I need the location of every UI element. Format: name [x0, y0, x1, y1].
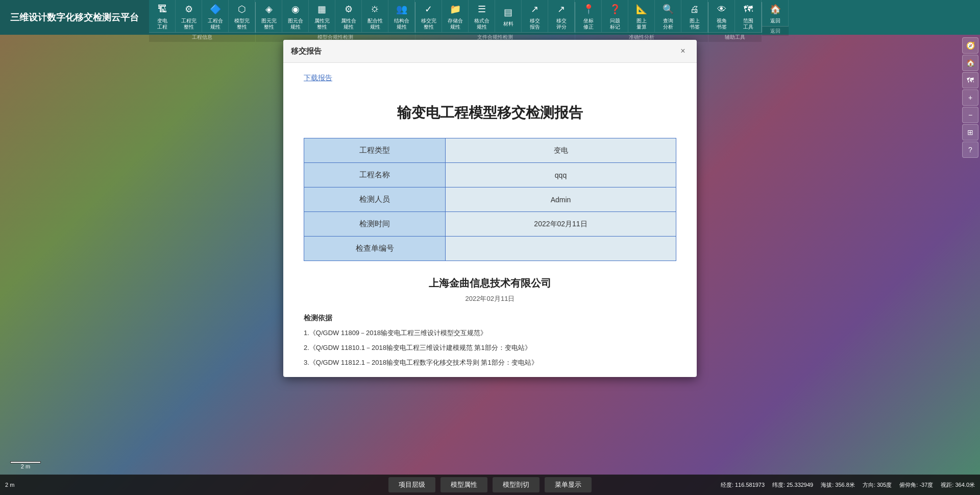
back-icon: 🏠 — [768, 2, 782, 16]
eng-complete-icon: ⚙ — [182, 2, 196, 16]
reference-item-2: 2.《Q/GDW 11810.1－2018输变电工程三维设计建模规范 第1部分：… — [304, 343, 676, 353]
toolbar-item-struct-norm[interactable]: 👥 结构合规性 — [388, 0, 415, 32]
toolbar-label-back: 返回 — [770, 18, 780, 24]
toolbar-group-items-4: 📍 坐标修正 ❓ 问题标记 📐 图上量算 🔍 查询分析 🖨 图上书签 — [575, 0, 708, 32]
bottom-status-bar: 经度: 116.581973 纬度: 25.332949 海拔: 356.8米 … — [721, 475, 975, 495]
elem-complete-icon: ◈ — [262, 2, 276, 16]
toolbar-item-project[interactable]: 🏗 变电工程 — [149, 0, 176, 32]
toolbar-item-elem-complete[interactable]: ◈ 图元完整性 — [256, 0, 282, 32]
toolbar-label-move-eval: 移交评分 — [556, 18, 567, 30]
toolbar-label-coord-fix: 坐标修正 — [583, 18, 594, 30]
toolbar-item-attr-complete[interactable]: ▦ 属性完整性 — [309, 0, 335, 32]
label-project-name: 工程名称 — [304, 163, 446, 187]
toolbar-group-tools: 👁 视角书签 🗺 范围工具 辅助工具 — [708, 0, 762, 35]
toolbar-item-coord-fix[interactable]: 📍 坐标修正 — [575, 0, 602, 32]
elem-norm-icon: ◉ — [288, 2, 303, 16]
model-cut-button[interactable]: 模型剖切 — [493, 477, 540, 492]
toolbar-item-elem-norm[interactable]: ◉ 图元合规性 — [282, 0, 309, 32]
region-icon: 🗺 — [741, 2, 755, 16]
model-complete-icon: ⬡ — [235, 2, 249, 16]
project-icon: 🏗 — [155, 2, 169, 16]
material-icon: ▤ — [501, 5, 516, 19]
measure-icon: 📐 — [634, 2, 649, 16]
table-row-project-name: 工程名称 qqq — [304, 163, 676, 187]
menu-display-button[interactable]: 菜单显示 — [545, 477, 592, 492]
toolbar-item-material[interactable]: ▤ 材料 — [495, 0, 522, 32]
modal-close-button[interactable]: × — [677, 45, 689, 57]
toolbar-label-config-complete: 配合性规性 — [368, 18, 383, 30]
format-norm-icon: ☰ — [475, 2, 489, 16]
toolbar-group-items-1: 🏗 变电工程 ⚙ 工程完整性 🔷 工程合规性 ⬡ 模型完整性 — [149, 0, 255, 32]
toolbar-label-project: 变电工程 — [157, 18, 167, 30]
toolbar-label-move-complete: 移交完整性 — [421, 18, 436, 30]
attr-norm-icon: ⚙ — [341, 2, 356, 16]
reference-item-1: 1.《Q/GDW 11809－2018输变电工程三维设计模型交互规范》 — [304, 328, 676, 339]
toolbar-item-move-report[interactable]: ↗ 移交报告 — [522, 0, 548, 32]
toolbar-label-bookmark: 图上书签 — [690, 18, 700, 30]
value-inspector: Admin — [446, 187, 676, 212]
company-name: 上海金曲信息技术有限公司 — [304, 276, 676, 290]
issue-mark-icon: ❓ — [608, 2, 622, 16]
toolbar-label-eng-complete: 工程完整性 — [181, 18, 197, 30]
toolbar-item-region[interactable]: 🗺 范围工具 — [735, 0, 762, 32]
toolbar-label-view-angle: 视角书签 — [717, 18, 727, 30]
toolbar-item-model-complete[interactable]: ⬡ 模型完整性 — [229, 0, 255, 32]
longitude-display: 经度: 116.581973 — [721, 481, 765, 489]
app-logo: 三维设计数字化移交检测云平台 — [0, 0, 149, 35]
bottom-left-status: 2 m — [5, 475, 14, 495]
toolbar-label-measure: 图上量算 — [636, 18, 647, 30]
download-report-link[interactable]: 下载报告 — [304, 74, 332, 83]
table-row-project-type: 工程类型 变电 — [304, 138, 676, 163]
toolbar-item-eng-complete[interactable]: ⚙ 工程完整性 — [176, 0, 202, 32]
toolbar-group-items-2: ◈ 图元完整性 ◉ 图元合规性 ▦ 属性完整性 ⚙ 属性合规性 ⛭ 配合性规性 … — [256, 0, 415, 32]
toolbar-item-view-angle[interactable]: 👁 视角书签 — [708, 0, 735, 32]
toolbar-label-store-complete: 存储合规性 — [448, 18, 463, 30]
toolbar-item-eng-norm[interactable]: 🔷 工程合规性 — [202, 0, 229, 32]
value-detect-time: 2022年02月11日 — [446, 212, 676, 237]
toolbar-item-move-eval[interactable]: ↗ 移交评分 — [548, 0, 575, 32]
toolbar-group-file-check: ✓ 移交完整性 📁 存储合规性 ☰ 格式合规性 ▤ 材料 ↗ 移交报告 ↗ 移交… — [415, 0, 575, 35]
toolbar-item-query[interactable]: 🔍 查询分析 — [655, 0, 681, 32]
coord-fix-icon: 📍 — [581, 2, 596, 16]
config-complete-icon: ⛭ — [368, 2, 382, 16]
modal-header: 移交报告 × — [283, 40, 697, 63]
toolbar-item-back[interactable]: 🏠 返回 — [762, 0, 789, 26]
model-attr-button[interactable]: 模型属性 — [440, 477, 487, 492]
toolbar-label-model-complete: 模型完整性 — [234, 18, 250, 30]
toolbar-item-bookmark[interactable]: 🖨 图上书签 — [681, 0, 708, 32]
view-angle-icon: 👁 — [715, 2, 729, 16]
project-level-button[interactable]: 项目层级 — [388, 477, 435, 492]
toolbar-label-struct-norm: 结构合规性 — [394, 18, 409, 30]
scale-indicator: 2 m — [5, 482, 14, 488]
app-title: 三维设计数字化移交检测云平台 — [10, 11, 139, 23]
value-project-name: qqq — [446, 163, 676, 187]
latitude-display: 纬度: 25.332949 — [772, 481, 813, 489]
distance-display: 视距: 364.0米 — [941, 481, 975, 489]
label-checklist-no: 检查单编号 — [304, 237, 446, 261]
toolbar-group-items-6: 🏠 返回 — [762, 0, 789, 26]
value-checklist-no — [446, 237, 676, 261]
table-row-inspector: 检测人员 Admin — [304, 187, 676, 212]
toolbar-item-measure[interactable]: 📐 图上量算 — [628, 0, 655, 32]
toolbar-item-attr-norm[interactable]: ⚙ 属性合规性 — [335, 0, 362, 32]
toolbar-item-config-complete[interactable]: ⛭ 配合性规性 — [362, 0, 388, 32]
references-title: 检测依据 — [304, 314, 676, 323]
toolbar-label-attr-complete: 属性完整性 — [314, 18, 330, 30]
toolbar-label-issue-mark: 问题标记 — [610, 18, 620, 30]
modal-body[interactable]: 下载报告 输变电工程模型移交检测报告 工程类型 变电 工程名称 qqq 检测人员… — [283, 63, 697, 377]
move-eval-icon: ↗ — [554, 2, 569, 16]
bottom-buttons: 项目层级 模型属性 模型剖切 菜单显示 — [378, 477, 602, 492]
table-row-checklist-no: 检查单编号 — [304, 237, 676, 261]
toolbar-label-attr-norm: 属性合规性 — [341, 18, 356, 30]
bookmark-icon: 🖨 — [688, 2, 702, 16]
toolbar-item-issue-mark[interactable]: ❓ 问题标记 — [602, 0, 628, 32]
main-toolbar: 三维设计数字化移交检测云平台 🏗 变电工程 ⚙ 工程完整性 🔷 工程合规性 ⬡ … — [0, 0, 980, 35]
toolbar-item-format-norm[interactable]: ☰ 格式合规性 — [469, 0, 495, 32]
value-project-type: 变电 — [446, 138, 676, 163]
toolbar-item-store-complete[interactable]: 📁 存储合规性 — [442, 0, 469, 32]
toolbar-label-eng-norm: 工程合规性 — [208, 18, 223, 30]
report-modal: 移交报告 × 下载报告 输变电工程模型移交检测报告 工程类型 变电 工程名称 q… — [283, 40, 697, 377]
toolbar-label-elem-complete: 图元完整性 — [261, 18, 277, 30]
toolbar-label-material: 材料 — [503, 21, 513, 27]
toolbar-item-move-complete[interactable]: ✓ 移交完整性 — [415, 0, 442, 32]
